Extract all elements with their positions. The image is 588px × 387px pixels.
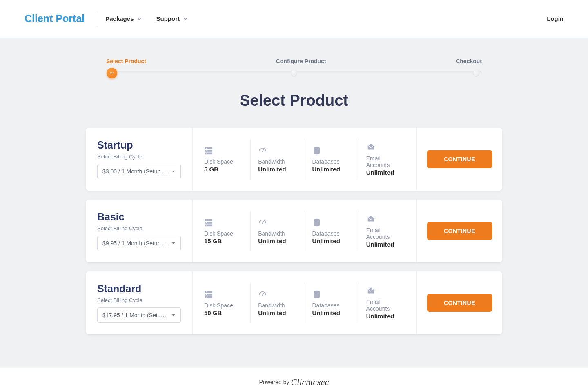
feature-databases: Databases Unlimited [305, 283, 359, 323]
svg-point-23 [206, 291, 207, 292]
feature-bandwidth: Bandwidth Unlimited [251, 211, 305, 251]
caret-down-icon [172, 169, 176, 173]
nav-support-label: Support [156, 15, 180, 22]
footer: Powered by Clientexec [0, 368, 588, 387]
product-title: Startup [97, 139, 181, 151]
login-link[interactable]: Login [547, 15, 564, 22]
database-icon [312, 290, 321, 299]
feature-bandwidth-label: Bandwidth [258, 158, 297, 165]
feature-email: Email Accounts Unlimited [359, 139, 412, 179]
feature-databases-value: Unlimited [312, 309, 351, 316]
svg-point-13 [206, 220, 207, 220]
feature-disk: Disk Space 15 GB [197, 211, 251, 251]
feature-email-value: Unlimited [366, 241, 405, 248]
step-dot-3[interactable] [473, 70, 479, 76]
gauge-icon [258, 290, 267, 299]
server-icon [204, 290, 213, 299]
feature-bandwidth-label: Bandwidth [258, 230, 297, 237]
gauge-icon [258, 218, 267, 227]
page-title: Select Product [86, 92, 502, 109]
feature-disk-value: 50 GB [204, 309, 243, 316]
feature-disk-label: Disk Space [204, 302, 243, 309]
main: Select Product Configure Product Checkou… [0, 38, 588, 368]
billing-label: Select Billing Cycle: [97, 297, 181, 303]
product-card: Basic Select Billing Cycle: $9.95 / 1 Mo… [86, 200, 502, 262]
billing-selected-text: $3.00 / 1 Month (Setup F… [102, 168, 169, 175]
step-dot-1[interactable] [107, 68, 117, 78]
product-title: Basic [97, 211, 181, 223]
svg-rect-19 [370, 216, 372, 217]
server-icon [204, 218, 213, 227]
nav-menu: Packages Support [105, 15, 188, 22]
feature-email-label: Email Accounts [366, 227, 405, 240]
feature-databases: Databases Unlimited [305, 139, 359, 179]
feature-databases: Databases Unlimited [305, 211, 359, 251]
header-right: Login [547, 15, 564, 22]
stepper-bar [106, 71, 482, 76]
caret-down-icon [172, 241, 176, 245]
feature-disk-label: Disk Space [204, 230, 243, 237]
billing-selected-text: $9.95 / 1 Month (Setup F… [102, 240, 169, 247]
feature-bandwidth-value: Unlimited [258, 166, 297, 173]
feature-email-label: Email Accounts [366, 155, 405, 168]
powered-by-label: Powered by [259, 379, 290, 385]
feature-databases-value: Unlimited [312, 238, 351, 245]
chevron-down-icon [137, 16, 142, 21]
envelope-icon [366, 215, 375, 224]
product-title: Standard [97, 283, 181, 295]
feature-databases-label: Databases [312, 158, 351, 165]
footer-text: Powered by Clientexec [259, 377, 329, 387]
step-dot-2[interactable] [291, 70, 297, 76]
product-right: CONTINUE [416, 128, 502, 191]
product-card: Startup Select Billing Cycle: $3.00 / 1 … [86, 128, 502, 191]
feature-bandwidth-value: Unlimited [258, 238, 297, 245]
continue-button[interactable]: CONTINUE [427, 294, 492, 312]
continue-button[interactable]: CONTINUE [427, 150, 492, 168]
step-label-1: Select Product [106, 58, 146, 64]
svg-point-4 [206, 150, 207, 151]
continue-button[interactable]: CONTINUE [427, 222, 492, 240]
stepper-labels: Select Product Configure Product Checkou… [106, 58, 482, 64]
feature-databases-label: Databases [312, 230, 351, 237]
svg-point-3 [206, 148, 207, 149]
feature-databases-label: Databases [312, 302, 351, 309]
product-features: Disk Space 5 GB Bandwidth Unlimited Data… [193, 128, 416, 191]
nav-packages-label: Packages [105, 15, 134, 22]
billing-cycle-select[interactable]: $3.00 / 1 Month (Setup F… [97, 164, 181, 179]
billing-cycle-select[interactable]: $9.95 / 1 Month (Setup F… [97, 236, 181, 251]
feature-disk: Disk Space 5 GB [197, 139, 251, 179]
product-right: CONTINUE [416, 200, 502, 262]
database-icon [312, 218, 321, 227]
billing-selected-text: $17.95 / 1 Month (Setup … [102, 312, 169, 318]
footer-brand[interactable]: Clientexec [291, 377, 329, 387]
feature-bandwidth-value: Unlimited [258, 309, 297, 316]
products-list: Startup Select Billing Cycle: $3.00 / 1 … [86, 128, 502, 334]
billing-label: Select Billing Cycle: [97, 153, 181, 160]
server-icon [204, 146, 213, 155]
product-left: Standard Select Billing Cycle: $17.95 / … [86, 271, 193, 334]
svg-point-15 [206, 225, 207, 225]
feature-email-value: Unlimited [366, 169, 405, 176]
nav-packages[interactable]: Packages [105, 15, 142, 22]
feature-disk-value: 5 GB [204, 166, 243, 173]
nav-support[interactable]: Support [156, 15, 188, 22]
svg-point-25 [206, 296, 207, 297]
billing-cycle-select[interactable]: $17.95 / 1 Month (Setup … [97, 307, 181, 323]
feature-bandwidth: Bandwidth Unlimited [251, 139, 305, 179]
feature-databases-value: Unlimited [312, 166, 351, 173]
feature-disk-label: Disk Space [204, 158, 243, 165]
billing-label: Select Billing Cycle: [97, 225, 181, 231]
envelope-icon [366, 143, 375, 152]
svg-point-14 [206, 222, 207, 223]
product-card: Standard Select Billing Cycle: $17.95 / … [86, 271, 502, 334]
step-label-2: Configure Product [276, 58, 326, 64]
container: Select Product Configure Product Checkou… [80, 58, 508, 334]
feature-bandwidth-label: Bandwidth [258, 302, 297, 309]
logo[interactable]: Client Portal [24, 11, 97, 27]
chevron-down-icon [183, 16, 188, 21]
product-left: Startup Select Billing Cycle: $3.00 / 1 … [86, 128, 193, 191]
database-icon [312, 146, 321, 155]
gauge-icon [258, 146, 267, 155]
envelope-icon [366, 287, 375, 296]
feature-disk-value: 15 GB [204, 238, 243, 245]
